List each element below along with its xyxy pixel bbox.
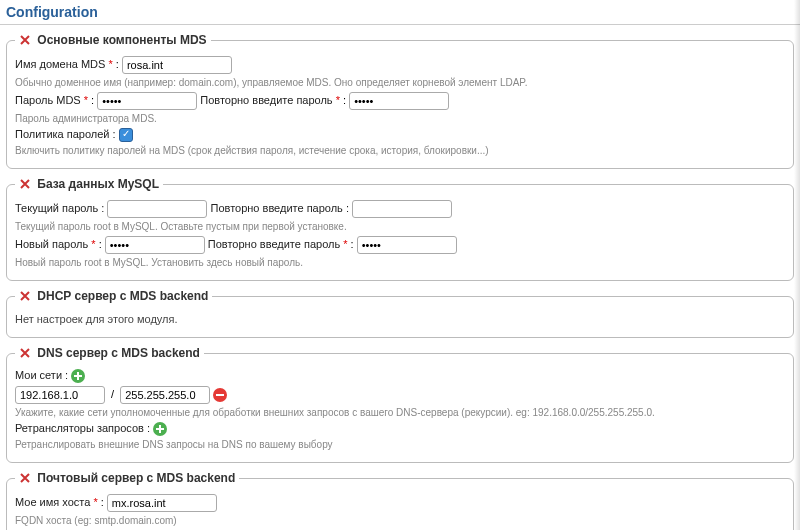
net-mask-input[interactable] (120, 386, 210, 404)
delete-icon[interactable] (213, 388, 227, 402)
dns-section: DNS сервер с MDS backend Мои сети : / Ук… (6, 346, 794, 463)
colon: : (343, 94, 346, 106)
close-icon[interactable] (19, 34, 31, 46)
close-icon[interactable] (19, 178, 31, 190)
host-input[interactable] (107, 494, 217, 512)
add-icon[interactable] (71, 369, 85, 383)
required-mark: * (91, 238, 95, 250)
policy-label: Политика паролей : (15, 128, 116, 140)
password-repeat-input[interactable] (349, 92, 449, 110)
domain-input[interactable] (122, 56, 232, 74)
dhcp-no-settings: Нет настроек для этого модуля. (15, 309, 785, 329)
close-icon[interactable] (19, 472, 31, 484)
mds-core-section: Основные компоненты MDS Имя домена MDS *… (6, 33, 794, 169)
mail-legend: Почтовый сервер с MDS backend (15, 471, 239, 485)
dhcp-section: DHCP сервер с MDS backend Нет настроек д… (6, 289, 794, 338)
mail-legend-text: Почтовый сервер с MDS backend (37, 471, 235, 485)
colon: : (99, 238, 102, 250)
new-password-label: Новый пароль (15, 238, 88, 250)
host-hint: FQDN хоста (eg: smtp.domain.com) (15, 515, 785, 526)
mail-section: Почтовый сервер с MDS backend Мое имя хо… (6, 471, 794, 530)
mysql-legend: База данных MySQL (15, 177, 163, 191)
required-mark: * (343, 238, 347, 250)
dhcp-legend-text: DHCP сервер с MDS backend (37, 289, 208, 303)
dns-legend: DNS сервер с MDS backend (15, 346, 204, 360)
dhcp-legend: DHCP сервер с MDS backend (15, 289, 212, 303)
new-password-repeat-input[interactable] (357, 236, 457, 254)
slash: / (111, 388, 114, 400)
required-mark: * (93, 496, 97, 508)
admin-password-hint: Пароль администратора MDS. (15, 113, 785, 124)
colon: : (101, 496, 104, 508)
new-password-repeat-label: Повторно введите пароль (208, 238, 340, 250)
new-password-hint: Новый пароль root в MySQL. Установить зд… (15, 257, 785, 268)
dns-nets-hint: Укажите, какие сети уполномоченные для о… (15, 407, 785, 418)
mysql-legend-text: База данных MySQL (37, 177, 159, 191)
required-mark: * (108, 58, 112, 70)
policy-checkbox[interactable] (119, 128, 133, 142)
host-label: Мое имя хоста (15, 496, 90, 508)
cur-password-repeat-label: Повторно введите пароль : (211, 202, 349, 214)
required-mark: * (84, 94, 88, 106)
colon: : (91, 94, 94, 106)
dns-nets-label: Мои сети : (15, 369, 68, 381)
mds-core-legend-text: Основные компоненты MDS (37, 33, 206, 47)
cur-password-repeat-input[interactable] (352, 200, 452, 218)
dns-legend-text: DNS сервер с MDS backend (37, 346, 200, 360)
required-mark: * (336, 94, 340, 106)
domain-label: Имя домена MDS (15, 58, 105, 70)
password-input[interactable] (97, 92, 197, 110)
dns-fwd-hint: Ретранслировать внешние DNS запросы на D… (15, 439, 785, 450)
password-label: Пароль MDS (15, 94, 81, 106)
domain-hint: Обычно доменное имя (например: domain.co… (15, 77, 785, 88)
net-ip-input[interactable] (15, 386, 105, 404)
cur-password-label: Текущий пароль : (15, 202, 104, 214)
colon: : (116, 58, 119, 70)
mds-core-legend: Основные компоненты MDS (15, 33, 211, 47)
dns-fwd-label: Ретрансляторы запросов : (15, 422, 150, 434)
cur-password-hint: Текущий пароль root в MySQL. Оставьте пу… (15, 221, 785, 232)
close-icon[interactable] (19, 347, 31, 359)
page-title: Configuration (0, 0, 800, 25)
policy-hint: Включить политику паролей на MDS (срок д… (15, 145, 785, 156)
password-repeat-label: Повторно введите пароль (200, 94, 332, 106)
mysql-section: База данных MySQL Текущий пароль : Повто… (6, 177, 794, 281)
new-password-input[interactable] (105, 236, 205, 254)
colon: : (351, 238, 354, 250)
close-icon[interactable] (19, 290, 31, 302)
cur-password-input[interactable] (107, 200, 207, 218)
add-icon[interactable] (153, 422, 167, 436)
